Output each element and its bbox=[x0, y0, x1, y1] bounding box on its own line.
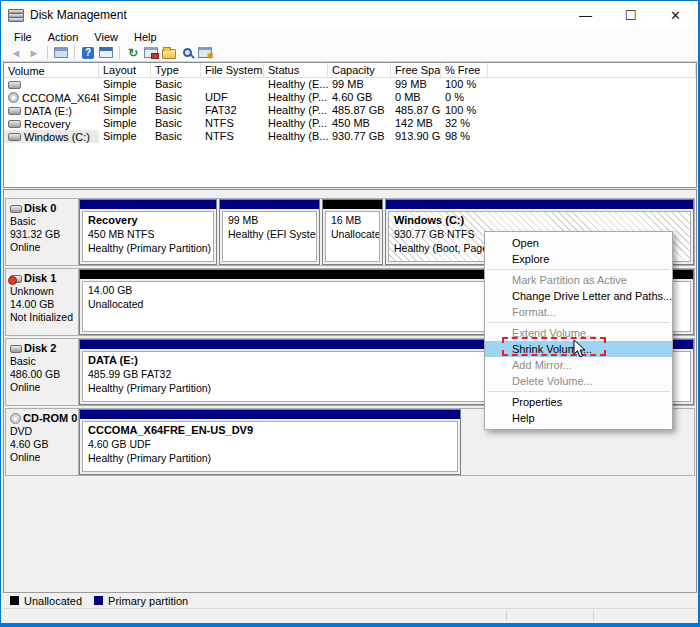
volume-pctfree: 98 % bbox=[441, 130, 488, 143]
forward-icon[interactable]: ► bbox=[25, 45, 43, 60]
volume-layout: Simple bbox=[99, 130, 151, 143]
partition-title: Recovery bbox=[88, 213, 208, 227]
partition-detail: 4.60 GB UDF bbox=[88, 437, 452, 451]
menu-view[interactable]: View bbox=[86, 31, 126, 43]
disk-status: Online bbox=[10, 241, 76, 254]
properties-icon[interactable] bbox=[142, 45, 160, 60]
window-controls: — ☐ ✕ bbox=[563, 1, 698, 29]
disk-type: Basic bbox=[10, 215, 76, 228]
partition-detail: 16 MB bbox=[331, 213, 374, 227]
minimize-button[interactable]: — bbox=[563, 1, 608, 29]
menu-help[interactable]: Help bbox=[126, 31, 165, 43]
column-header-freespace[interactable]: Free Spa... bbox=[391, 63, 441, 77]
volume-row-windows-c[interactable]: Windows (C:) Simple Basic NTFS Healthy (… bbox=[4, 130, 696, 143]
context-menu-explore[interactable]: Explore bbox=[485, 251, 672, 267]
partition-health: Healthy (Primary Partition) bbox=[88, 451, 452, 465]
disk-size: 4.60 GB bbox=[10, 438, 76, 451]
toolbar-separator bbox=[119, 46, 120, 59]
volume-pctfree: 100 % bbox=[441, 104, 488, 117]
disk-status: Online bbox=[10, 381, 76, 394]
search-icon[interactable] bbox=[178, 45, 196, 60]
disk-type: Basic bbox=[10, 355, 76, 368]
volume-filesystem bbox=[201, 78, 264, 91]
disk-1-label[interactable]: Disk 1 Unknown 14.00 GB Not Initialized bbox=[6, 269, 79, 335]
menu-file[interactable]: File bbox=[6, 31, 40, 43]
volume-capacity: 450 MB bbox=[328, 117, 391, 130]
disk-0-label[interactable]: Disk 0 Basic 931.32 GB Online bbox=[6, 199, 79, 265]
disk-icon bbox=[10, 205, 22, 213]
volume-capacity: 99 MB bbox=[328, 78, 391, 91]
volume-pctfree: 32 % bbox=[441, 117, 488, 130]
volume-row-recovery[interactable]: Recovery Simple Basic NTFS Healthy (P...… bbox=[4, 117, 696, 130]
volume-name: Recovery bbox=[24, 118, 70, 130]
column-header-filesystem[interactable]: File System bbox=[201, 63, 264, 77]
volume-capacity: 485.87 GB bbox=[328, 104, 391, 117]
disk-warning-icon bbox=[10, 275, 22, 283]
column-header-volume[interactable]: Volume bbox=[4, 63, 99, 77]
unallocated-legend-swatch bbox=[10, 596, 19, 605]
context-menu-properties[interactable]: Properties bbox=[485, 394, 672, 410]
primary-partition-legend-label: Primary partition bbox=[108, 595, 188, 607]
maximize-button[interactable]: ☐ bbox=[608, 1, 653, 29]
volume-filesystem: NTFS bbox=[201, 117, 264, 130]
disk-management-app-icon bbox=[8, 9, 24, 22]
close-button[interactable]: ✕ bbox=[653, 1, 698, 29]
disk-2-label[interactable]: Disk 2 Basic 486.00 GB Online bbox=[6, 339, 79, 405]
drive-icon bbox=[8, 81, 21, 89]
open-folder-icon[interactable] bbox=[160, 45, 178, 60]
disk-status: Not Initialized bbox=[10, 311, 76, 324]
partition-efi[interactable]: 99 MB Healthy (EFI System Partition) bbox=[219, 199, 320, 265]
partition-health: Healthy (Primary Partition) bbox=[88, 241, 208, 255]
cdrom-0-label[interactable]: CD-ROM 0 DVD 4.60 GB Online bbox=[6, 409, 79, 475]
volume-row-cccoma[interactable]: CCCOMA_X64FRE... Simple Basic UDF Health… bbox=[4, 91, 696, 104]
primary-partition-strip bbox=[80, 200, 216, 209]
console-window-icon[interactable] bbox=[52, 45, 70, 60]
partition-health: Unallocated bbox=[331, 227, 374, 241]
column-header-capacity[interactable]: Capacity bbox=[328, 63, 391, 77]
settings-icon[interactable] bbox=[196, 45, 214, 60]
unallocated-legend-label: Unallocated bbox=[24, 595, 82, 607]
volume-layout: Simple bbox=[99, 78, 151, 91]
toolbar: ◄ ► ? ↻ bbox=[1, 44, 698, 62]
partition-detail: 450 MB NTFS bbox=[88, 227, 208, 241]
disk-size: 486.00 GB bbox=[10, 368, 76, 381]
column-header-type[interactable]: Type bbox=[151, 63, 201, 77]
primary-partition-strip bbox=[386, 200, 693, 209]
volume-type: Basic bbox=[151, 104, 201, 117]
context-menu-help[interactable]: Help bbox=[485, 410, 672, 426]
column-header-layout[interactable]: Layout bbox=[99, 63, 151, 77]
context-menu-open[interactable]: Open bbox=[485, 235, 672, 251]
mouse-cursor-icon bbox=[573, 339, 586, 362]
drive-icon bbox=[8, 107, 21, 115]
shrink-volume-annotation-box bbox=[502, 337, 606, 356]
menu-separator bbox=[487, 322, 670, 323]
refresh-icon[interactable]: ↻ bbox=[124, 45, 142, 60]
volume-pctfree: 0 % bbox=[441, 91, 488, 104]
partition-cccoma-dvd[interactable]: CCCOMA_X64FRE_EN-US_DV9 4.60 GB UDF Heal… bbox=[79, 409, 461, 475]
column-header-status[interactable]: Status bbox=[264, 63, 328, 77]
partition-health: Healthy (EFI System Partition) bbox=[228, 227, 311, 241]
volume-layout: Simple bbox=[99, 91, 151, 104]
disk-management-window: Disk Management — ☐ ✕ File Action View H… bbox=[0, 0, 700, 627]
volume-row-data[interactable]: DATA (E:) Simple Basic FAT32 Healthy (P.… bbox=[4, 104, 696, 117]
drive-icon bbox=[8, 120, 21, 128]
export-list-icon[interactable] bbox=[97, 45, 115, 60]
volume-row-efi[interactable]: Simple Basic Healthy (E... 99 MB 99 MB 1… bbox=[4, 78, 696, 91]
cd-icon bbox=[10, 413, 21, 424]
menu-separator bbox=[487, 391, 670, 392]
disk-type: Unknown bbox=[10, 285, 76, 298]
partition-unallocated-16mb[interactable]: 16 MB Unallocated bbox=[322, 199, 383, 265]
column-header-pctfree[interactable]: % Free bbox=[441, 63, 488, 77]
volume-freespace: 485.87 GB bbox=[391, 104, 441, 117]
volume-filesystem: NTFS bbox=[201, 130, 264, 143]
volume-layout: Simple bbox=[99, 117, 151, 130]
menu-action[interactable]: Action bbox=[40, 31, 87, 43]
help-icon[interactable]: ? bbox=[79, 45, 97, 60]
context-menu-change-drive-letter[interactable]: Change Drive Letter and Paths... bbox=[485, 288, 672, 304]
partition-recovery[interactable]: Recovery 450 MB NTFS Healthy (Primary Pa… bbox=[79, 199, 217, 265]
status-bar-divider bbox=[506, 611, 507, 621]
partition-title: CCCOMA_X64FRE_EN-US_DV9 bbox=[88, 423, 452, 437]
volume-status: Healthy (P... bbox=[264, 104, 328, 117]
volume-status: Healthy (E... bbox=[264, 78, 328, 91]
back-icon[interactable]: ◄ bbox=[7, 45, 25, 60]
